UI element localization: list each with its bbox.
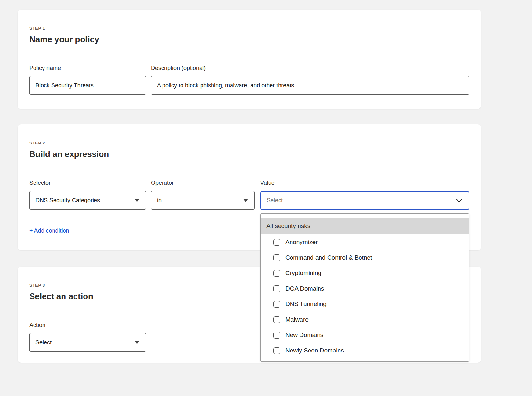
action-label: Action (29, 322, 146, 329)
operator-select-value: in (157, 197, 162, 204)
checkbox-icon[interactable] (273, 285, 280, 292)
description-label: Description (optional) (151, 65, 469, 72)
value-field: Value Select... All security risks Anony… (260, 180, 469, 210)
dropdown-option[interactable]: Command and Control & Botnet (261, 250, 469, 265)
operator-select[interactable]: in (151, 191, 255, 210)
caret-down-icon (135, 199, 139, 202)
add-condition-link[interactable]: + Add condition (29, 227, 69, 234)
chevron-down-icon (456, 199, 462, 203)
selector-select[interactable]: DNS Security Categories (29, 191, 146, 210)
checkbox-icon[interactable] (273, 332, 280, 339)
dropdown-option-label: Command and Control & Botnet (285, 254, 372, 261)
action-select[interactable]: Select... (29, 333, 146, 352)
dropdown-option[interactable]: New Domains (261, 327, 469, 343)
dropdown-option-label: Malware (285, 316, 309, 323)
dropdown-option[interactable]: DGA Domains (261, 281, 469, 296)
action-select-placeholder: Select... (35, 339, 56, 346)
dropdown-options-list: Anonymizer Command and Control & Botnet … (261, 234, 469, 358)
operator-label: Operator (151, 180, 255, 186)
dropdown-option[interactable]: Newly Seen Domains (261, 343, 469, 358)
step2-step-label: STEP 2 (29, 141, 469, 145)
dropdown-option[interactable]: DNS Tunneling (261, 296, 469, 312)
selector-field: Selector DNS Security Categories (29, 180, 146, 210)
value-select-placeholder: Select... (267, 197, 288, 204)
step1-field-row: Policy name Description (optional) (29, 65, 469, 95)
policy-name-label: Policy name (29, 65, 146, 72)
step2-title: Build an expression (29, 149, 469, 159)
value-select[interactable]: Select... (260, 191, 469, 210)
action-field: Action Select... (29, 322, 146, 352)
expression-builder-row: Selector DNS Security Categories Operato… (29, 180, 469, 210)
operator-field: Operator in (151, 180, 255, 210)
dropdown-option-label: Newly Seen Domains (285, 347, 344, 354)
dropdown-option-label: Cryptomining (285, 270, 321, 277)
dropdown-group-header: All security risks (261, 218, 469, 234)
step1-card: STEP 1 Name your policy Policy name Desc… (18, 10, 481, 109)
selector-select-value: DNS Security Categories (35, 197, 100, 204)
value-dropdown-panel: All security risks Anonymizer Command an… (260, 213, 469, 362)
checkbox-icon[interactable] (273, 270, 280, 277)
dropdown-option[interactable]: Cryptomining (261, 265, 469, 281)
selector-label: Selector (29, 180, 146, 186)
caret-down-icon (135, 341, 139, 344)
dropdown-option-label: Anonymizer (285, 239, 318, 246)
step2-card: STEP 2 Build an expression Selector DNS … (18, 124, 481, 250)
checkbox-icon[interactable] (273, 301, 280, 308)
dropdown-option-label: DNS Tunneling (285, 301, 327, 308)
caret-down-icon (243, 199, 248, 202)
value-label: Value (260, 180, 469, 186)
description-field: Description (optional) (151, 65, 469, 95)
checkbox-icon[interactable] (273, 347, 280, 354)
checkbox-icon[interactable] (273, 254, 280, 261)
policy-name-field: Policy name (29, 65, 146, 95)
description-input[interactable] (151, 76, 469, 95)
step1-title: Name your policy (29, 35, 469, 44)
dropdown-option[interactable]: Malware (261, 312, 469, 327)
checkbox-icon[interactable] (273, 239, 280, 246)
step1-step-label: STEP 1 (29, 26, 469, 31)
dropdown-option-label: New Domains (285, 332, 323, 339)
checkbox-icon[interactable] (273, 316, 280, 323)
policy-name-input[interactable] (29, 76, 146, 95)
dropdown-option[interactable]: Anonymizer (261, 234, 469, 250)
dropdown-option-label: DGA Domains (285, 285, 324, 292)
